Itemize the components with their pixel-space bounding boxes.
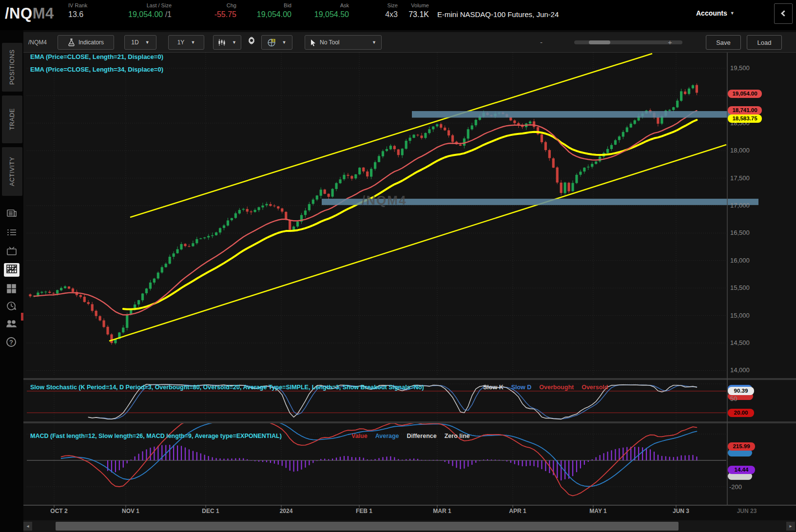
time-axis-label: APR 1 bbox=[509, 508, 526, 514]
legend-item: Average bbox=[375, 433, 399, 439]
sidebar-tab-positions[interactable]: POSITIONS bbox=[2, 43, 22, 92]
macd-low-tick: -200 bbox=[729, 483, 742, 491]
header: /NQM4 IV Rank13.6Last / Size19,054.00 /1… bbox=[0, 0, 796, 30]
sidebar-icon-news-icon[interactable] bbox=[6, 209, 17, 219]
price-axis-tick: 15,000 bbox=[730, 312, 750, 319]
accounts-dropdown[interactable]: Accounts▼ bbox=[696, 9, 735, 17]
stochastic-study-label[interactable]: Slow Stochastic (K Period=14, D Period=3… bbox=[30, 384, 424, 391]
app-window: /NQM4 IV Rank13.6Last / Size19,054.00 /1… bbox=[0, 0, 796, 532]
macd-bubble: 215.99 bbox=[728, 442, 755, 451]
chevron-down-icon: ▼ bbox=[372, 40, 376, 45]
sidebar-icon-community-icon[interactable] bbox=[6, 319, 17, 329]
question-mark-glyph: ? bbox=[6, 337, 16, 347]
grid-style-icon bbox=[268, 38, 276, 47]
price-axis-tick: 15,500 bbox=[730, 284, 750, 291]
price-axis-tick: 19,500 bbox=[730, 64, 750, 72]
ema21-label: EMA (Price=CLOSE, Length=21, Displace=0) bbox=[30, 53, 163, 60]
macd-legend: ValueAverageDifferenceZero line bbox=[344, 433, 470, 439]
price-axis-tick: 17,000 bbox=[730, 202, 750, 209]
timeframe-dropdown[interactable]: 1D▼ bbox=[124, 35, 156, 50]
chevron-left-icon bbox=[781, 10, 787, 17]
price-axis-tick: 16,000 bbox=[730, 257, 750, 264]
quote-field-value-volume: 73.1K bbox=[322, 10, 429, 19]
price-axis-tick: 14,000 bbox=[730, 366, 750, 374]
legend-item: Difference bbox=[407, 433, 437, 439]
flask-icon bbox=[68, 38, 75, 46]
chart-toolbar: /NQM4 Indicators 1D▼ 1Y▼ ▼ bbox=[23, 32, 796, 53]
quote-field-label-volume: Volume bbox=[331, 2, 429, 8]
price-axis-tick: 14,500 bbox=[730, 339, 750, 346]
time-axis-label: FEB 1 bbox=[356, 508, 372, 514]
toolbar-symbol: /NQM4 bbox=[28, 39, 47, 46]
chart-type-dropdown[interactable]: ▼ bbox=[213, 35, 241, 50]
sidebar-icon-chart-grid-icon[interactable] bbox=[4, 263, 19, 277]
stochastic-legend: Slow KSlow DOverboughtOversold bbox=[475, 384, 608, 391]
legend-item: Zero line bbox=[445, 433, 470, 439]
stochastic-bubble: 90.39 bbox=[728, 387, 754, 395]
price-bubble: 18,741.00 bbox=[728, 106, 762, 114]
left-sidebar: POSITIONSTRADEACTIVITY ? bbox=[0, 30, 23, 532]
ema34-label: EMA (Price=CLOSE, Length=34, Displace=0) bbox=[30, 66, 163, 73]
instrument-description: E-mini NASDAQ-100 Futures, Jun-24 bbox=[437, 10, 559, 19]
chevron-down-icon: ▼ bbox=[145, 40, 150, 45]
sidebar-tab-activity[interactable]: ACTIVITY bbox=[2, 147, 22, 196]
zoom-slider[interactable] bbox=[574, 40, 682, 44]
notification-badge bbox=[21, 313, 23, 321]
chart-settings-gear-icon[interactable] bbox=[247, 36, 256, 48]
price-bubble: 18,583.75 bbox=[728, 114, 762, 123]
stochastic-mid-tick: 50 bbox=[730, 395, 737, 402]
cursor-icon bbox=[310, 39, 316, 46]
sidebar-icon-help-icon[interactable]: ? bbox=[6, 337, 17, 348]
time-axis-label: MAY 1 bbox=[589, 508, 606, 514]
time-axis-label: DEC 1 bbox=[202, 508, 219, 514]
time-axis-label: JUN 23 bbox=[737, 508, 757, 514]
chevron-down-icon: ▼ bbox=[282, 40, 287, 45]
scroll-left-button[interactable]: ◂ bbox=[23, 522, 32, 531]
sidebar-icon-tv-icon[interactable] bbox=[6, 247, 17, 257]
range-dropdown[interactable]: 1Y▼ bbox=[168, 35, 204, 50]
zoom-slider-thumb[interactable] bbox=[589, 40, 610, 44]
time-axis-label: MAR 1 bbox=[433, 508, 451, 514]
collapse-panel-button[interactable] bbox=[774, 3, 793, 24]
macd-study-label[interactable]: MACD (Fast length=12, Slow length=26, MA… bbox=[30, 433, 282, 439]
chart-style-dropdown[interactable]: ▼ bbox=[261, 35, 292, 50]
legend-item: Value bbox=[351, 433, 368, 439]
horizontal-scrollbar[interactable]: ◂ ▸ bbox=[23, 520, 796, 532]
price-bubble: 19,054.00 bbox=[728, 90, 762, 98]
zoom-in-button[interactable]: + bbox=[668, 38, 672, 46]
chevron-down-icon: ▼ bbox=[191, 40, 195, 45]
sidebar-icon-dashboard-icon[interactable] bbox=[6, 284, 17, 294]
indicators-button[interactable]: Indicators bbox=[58, 35, 114, 50]
legend-item: Slow D bbox=[511, 384, 532, 391]
zoom-out-button[interactable]: - bbox=[540, 38, 543, 46]
load-button[interactable]: Load bbox=[747, 35, 782, 50]
price-axis-tick: 16,500 bbox=[730, 229, 750, 236]
legend-item: Slow K bbox=[483, 384, 504, 391]
time-axis-label: OCT 2 bbox=[50, 508, 67, 514]
legend-item: Overbought bbox=[539, 384, 574, 391]
chart-canvas[interactable] bbox=[0, 0, 796, 532]
price-axis-tick: 18,000 bbox=[730, 147, 750, 154]
price-axis-tick: 17,500 bbox=[730, 174, 750, 182]
scroll-right-button[interactable]: ▸ bbox=[786, 522, 795, 531]
sidebar-icon-watchlist-icon[interactable] bbox=[6, 228, 17, 239]
legend-item: Oversold bbox=[582, 384, 608, 391]
sidebar-tab-trade[interactable]: TRADE bbox=[2, 95, 22, 143]
time-axis-label: 2024 bbox=[280, 508, 293, 514]
stochastic-bubble: 20.00 bbox=[728, 409, 754, 417]
save-button[interactable]: Save bbox=[706, 35, 741, 50]
candlestick-chart-icon bbox=[218, 38, 226, 46]
macd-bubble: 14.44 bbox=[728, 466, 755, 474]
drawing-tool-dropdown[interactable]: No Tool ▼ bbox=[305, 35, 382, 50]
time-axis-label: JUN 3 bbox=[673, 508, 689, 514]
chevron-down-icon: ▼ bbox=[730, 11, 735, 16]
symbol-watermark: /NQM4 bbox=[362, 193, 407, 208]
scrollbar-thumb[interactable] bbox=[56, 522, 679, 531]
time-axis-label: NOV 1 bbox=[122, 508, 139, 514]
symbol-title: /NQM4 bbox=[5, 5, 54, 22]
sidebar-icon-history-clock-icon[interactable] bbox=[6, 301, 17, 312]
chevron-down-icon: ▼ bbox=[232, 40, 236, 45]
